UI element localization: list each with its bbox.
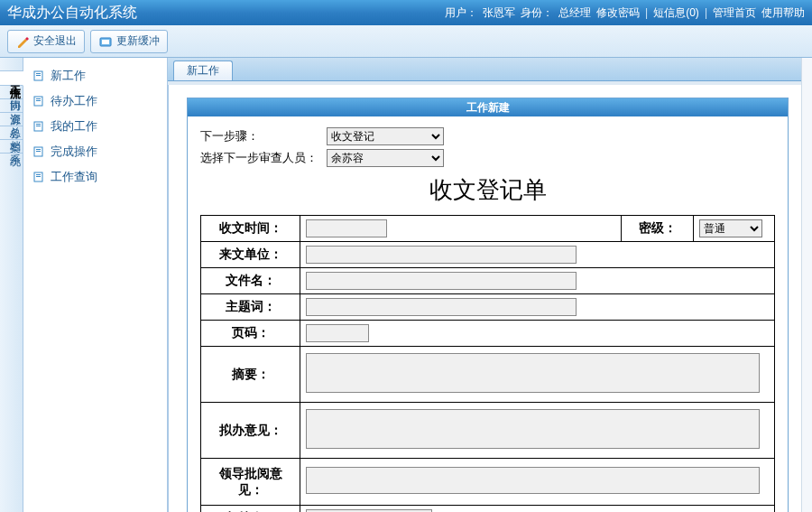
tab-strip: 新工作 <box>168 58 801 81</box>
file-name-input[interactable] <box>306 272 577 290</box>
proposal-textarea[interactable] <box>306 409 760 449</box>
vtab-collab[interactable]: 协同 <box>0 86 23 99</box>
step-select[interactable]: 收文登记 <box>327 127 444 145</box>
refresh-icon <box>98 34 113 49</box>
logout-button[interactable]: 安全退出 <box>7 30 85 53</box>
svg-rect-10 <box>36 126 41 126</box>
secrecy-label: 密级： <box>622 216 694 242</box>
reg-form-table: 收文时间： 密级： 普通 来文单位： <box>200 215 775 512</box>
logout-label: 安全退出 <box>33 33 77 49</box>
abstract-textarea[interactable] <box>306 353 760 393</box>
separator: | <box>645 6 648 19</box>
vertical-tabs: 办公 工作流 协同 资源 总务 档案 系统 <box>0 58 23 512</box>
nav-tree: 新工作 待办工作 我的工作 完成操作 工作查询 <box>23 58 168 512</box>
panel-body: 下一步骤： 收文登记 选择下一步审查人员： 余苏容 收文登记单 <box>188 116 788 512</box>
nav-label: 我的工作 <box>51 118 97 135</box>
nav-label: 工作查询 <box>51 169 97 185</box>
svg-rect-9 <box>36 124 41 125</box>
reviewer-select[interactable]: 余苏容 <box>327 149 444 167</box>
reviewer-label: 选择下一步审查人员： <box>200 150 327 166</box>
role-prefix: 身份： <box>521 5 553 21</box>
step-label: 下一步骤： <box>200 128 327 144</box>
panel-title: 工作新建 <box>188 98 788 116</box>
subject-input[interactable] <box>306 298 577 316</box>
user-name: 张恩军 <box>483 5 515 21</box>
document-icon <box>32 145 45 158</box>
leader-opinion-textarea[interactable] <box>306 467 760 494</box>
tab-new-work[interactable]: 新工作 <box>173 61 233 80</box>
file-name-label: 文件名： <box>201 268 300 294</box>
vtab-workflow[interactable]: 工作流 <box>0 71 23 86</box>
nav-label: 待办工作 <box>51 93 97 109</box>
svg-rect-7 <box>36 100 41 101</box>
main-area: 新工作 工作新建 下一步骤： 收文登记 选择下一步审查人员： 余苏容 <box>168 58 801 512</box>
abstract-label: 摘要： <box>201 347 300 403</box>
vtab-archive[interactable]: 档案 <box>0 126 23 140</box>
link-admin-home[interactable]: 管理首页 <box>713 5 756 21</box>
recv-time-input[interactable] <box>306 219 387 237</box>
secrecy-select[interactable]: 普通 <box>699 219 762 237</box>
svg-rect-6 <box>36 98 41 99</box>
vtab-resource[interactable]: 资源 <box>0 99 23 113</box>
vtab-system[interactable]: 系统 <box>0 140 23 154</box>
document-icon <box>32 70 45 82</box>
leader-opinion-label: 领导批阅意见： <box>201 459 300 506</box>
nav-label: 完成操作 <box>51 144 97 160</box>
svg-rect-1 <box>102 40 109 44</box>
separator: | <box>705 6 707 19</box>
toolbar: 安全退出 更新缓冲 <box>0 25 812 58</box>
subject-label: 主题词： <box>201 294 300 321</box>
svg-rect-13 <box>36 151 41 152</box>
document-icon <box>32 171 45 183</box>
user-bar: 用户： 张恩军 身份： 总经理 修改密码 | 短信息(0) | 管理首页 使用帮… <box>445 5 805 21</box>
svg-rect-16 <box>36 176 41 177</box>
document-icon <box>32 95 45 107</box>
link-help[interactable]: 使用帮助 <box>761 5 805 21</box>
link-sms[interactable]: 短信息(0) <box>653 5 699 21</box>
content-scroll[interactable]: 工作新建 下一步骤： 收文登记 选择下一步审查人员： 余苏容 收 <box>168 85 801 512</box>
document-icon <box>32 120 45 133</box>
vtab-general[interactable]: 总务 <box>0 113 23 126</box>
from-unit-label: 来文单位： <box>201 242 300 268</box>
from-unit-input[interactable] <box>306 246 577 264</box>
nav-label: 新工作 <box>51 68 86 84</box>
refresh-cache-button[interactable]: 更新缓冲 <box>90 30 168 53</box>
nav-completed[interactable]: 完成操作 <box>27 139 163 164</box>
right-gutter <box>801 58 812 512</box>
svg-rect-15 <box>36 174 41 175</box>
svg-rect-3 <box>36 73 41 74</box>
svg-rect-12 <box>36 149 41 150</box>
link-change-password[interactable]: 修改密码 <box>596 5 640 21</box>
page-input[interactable] <box>306 324 369 342</box>
svg-rect-4 <box>36 75 41 76</box>
app-header: 华成办公自动化系统 用户： 张恩军 身份： 总经理 修改密码 | 短信息(0) … <box>0 0 812 25</box>
app-title: 华成办公自动化系统 <box>7 4 137 23</box>
nav-pending-work[interactable]: 待办工作 <box>27 88 163 114</box>
panel-work-new: 工作新建 下一步骤： 收文登记 选择下一步审查人员： 余苏容 收 <box>187 98 789 512</box>
user-prefix: 用户： <box>445 5 477 21</box>
recv-time-label: 收文时间： <box>201 216 300 242</box>
role-name: 总经理 <box>558 5 591 21</box>
proposal-label: 拟办意见： <box>201 403 300 459</box>
form-title: 收文登记单 <box>200 174 775 206</box>
nav-work-query[interactable]: 工作查询 <box>27 164 163 190</box>
nav-new-work[interactable]: 新工作 <box>27 63 163 88</box>
nav-my-work[interactable]: 我的工作 <box>27 114 163 139</box>
pencil-icon <box>15 34 30 49</box>
refresh-label: 更新缓冲 <box>116 33 160 49</box>
archiver-label: 归档人： <box>201 506 300 513</box>
page-label: 页码： <box>201 321 300 347</box>
vtab-office[interactable]: 办公 <box>0 58 23 71</box>
